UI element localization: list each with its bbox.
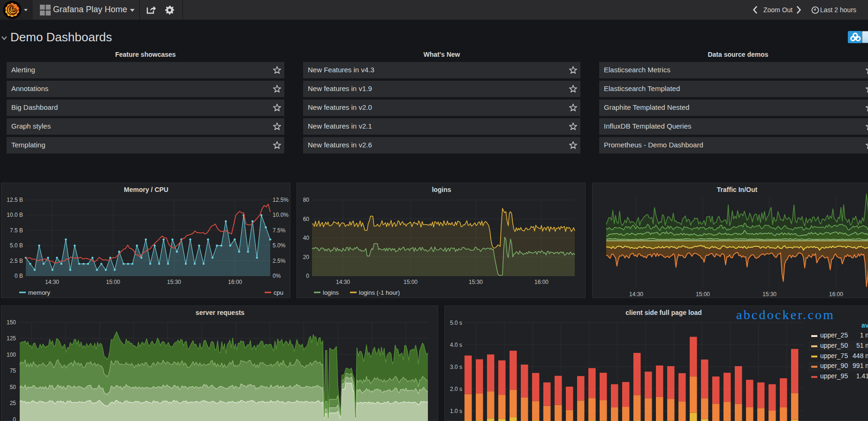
svg-text:upper_50: upper_50 xyxy=(820,342,848,349)
svg-text:25: 25 xyxy=(10,400,16,406)
svg-text:125: 125 xyxy=(7,335,16,342)
svg-text:15:30: 15:30 xyxy=(469,279,483,285)
svg-text:448 ms: 448 ms xyxy=(853,352,868,360)
svg-text:12.5 B: 12.5 B xyxy=(7,197,23,203)
svg-text:14:30: 14:30 xyxy=(336,279,350,285)
svg-text:4.0 s: 4.0 s xyxy=(450,342,462,348)
svg-text:logins (-1 hour): logins (-1 hour) xyxy=(359,289,400,296)
svg-text:upper_25: upper_25 xyxy=(820,331,848,339)
svg-text:1 ms: 1 ms xyxy=(860,331,868,339)
svg-text:15:00: 15:00 xyxy=(696,291,710,298)
svg-text:1.0 s: 1.0 s xyxy=(450,408,462,414)
svg-text:14:30: 14:30 xyxy=(629,291,643,298)
svg-text:logins: logins xyxy=(323,289,339,296)
svg-text:cpu: cpu xyxy=(274,289,283,296)
svg-text:avg: avg xyxy=(861,321,868,329)
svg-text:2.5%: 2.5% xyxy=(273,258,286,264)
svg-text:100: 100 xyxy=(7,352,16,358)
svg-text:60: 60 xyxy=(303,216,310,222)
svg-text:80: 80 xyxy=(303,197,310,203)
svg-text:2.5 B: 2.5 B xyxy=(10,258,23,264)
svg-text:1.41 s: 1.41 s xyxy=(856,372,868,380)
svg-text:50: 50 xyxy=(10,384,16,390)
svg-text:0%: 0% xyxy=(273,273,281,279)
svg-text:75: 75 xyxy=(10,367,16,374)
svg-text:15:00: 15:00 xyxy=(404,279,418,285)
svg-text:40: 40 xyxy=(303,235,310,241)
svg-text:5.0 s: 5.0 s xyxy=(450,320,462,326)
svg-text:12.5%: 12.5% xyxy=(273,197,289,203)
svg-text:7.5 B: 7.5 B xyxy=(10,227,23,234)
svg-text:2.0 s: 2.0 s xyxy=(450,386,462,392)
svg-text:0 B: 0 B xyxy=(15,273,23,279)
svg-text:upper_75: upper_75 xyxy=(820,352,848,360)
svg-text:5.0 B: 5.0 B xyxy=(10,242,23,249)
svg-text:upper_90: upper_90 xyxy=(820,362,848,369)
svg-text:0: 0 xyxy=(13,416,16,421)
svg-text:upper_95: upper_95 xyxy=(820,372,848,380)
svg-text:0: 0 xyxy=(306,273,309,279)
svg-text:memory: memory xyxy=(28,289,50,296)
svg-text:16:00: 16:00 xyxy=(534,279,548,285)
svg-text:15:00: 15:00 xyxy=(106,279,120,285)
svg-text:15:30: 15:30 xyxy=(167,279,181,285)
svg-text:5.0%: 5.0% xyxy=(273,242,286,249)
svg-text:150: 150 xyxy=(7,319,16,326)
svg-text:20: 20 xyxy=(303,254,310,260)
svg-text:16:00: 16:00 xyxy=(228,279,242,285)
svg-text:3.0 s: 3.0 s xyxy=(450,364,462,370)
svg-text:51 ms: 51 ms xyxy=(856,342,868,349)
svg-text:15:30: 15:30 xyxy=(762,291,777,298)
svg-text:14:30: 14:30 xyxy=(45,279,59,285)
svg-text:7.5%: 7.5% xyxy=(273,227,286,234)
svg-text:10.0%: 10.0% xyxy=(273,212,289,218)
svg-text:16:00: 16:00 xyxy=(829,291,843,298)
svg-text:10.0 B: 10.0 B xyxy=(7,212,23,218)
svg-text:991 ms: 991 ms xyxy=(853,362,868,369)
